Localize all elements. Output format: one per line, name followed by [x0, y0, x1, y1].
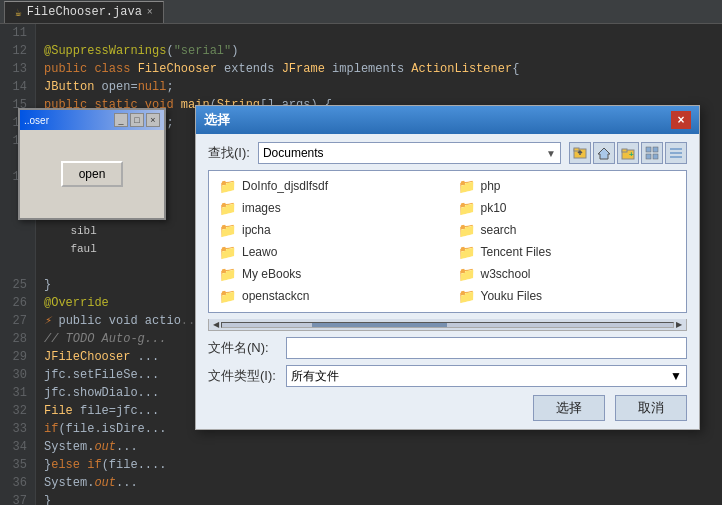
file-item-11[interactable]: 📁 Youku Files — [448, 285, 687, 307]
file-name-2: ipcha — [242, 223, 271, 237]
file-item-7[interactable]: 📁 pk10 — [448, 197, 687, 219]
toolbar-icon-1[interactable] — [569, 142, 591, 164]
filename-input[interactable] — [286, 337, 687, 359]
filetype-row: 文件类型(I): 所有文件 ▼ — [208, 365, 687, 387]
swing-close-btn[interactable]: × — [146, 113, 160, 127]
svg-rect-1 — [574, 148, 579, 151]
folder-icon-9: 📁 — [458, 244, 475, 260]
svg-rect-12 — [670, 156, 682, 158]
file-name-10: w3school — [481, 267, 531, 281]
svg-text:+: + — [629, 150, 634, 159]
file-name-5: openstackcn — [242, 289, 309, 303]
dialog-toolbar: 查找(I): Documents ▼ + — [208, 142, 687, 164]
dialog-title: 选择 — [204, 111, 230, 129]
swing-body: open — [20, 130, 164, 218]
dialog-titlebar: 选择 × — [196, 106, 699, 134]
horizontal-scrollbar[interactable]: ◀ ▶ — [208, 319, 687, 331]
file-item-8[interactable]: 📁 search — [448, 219, 687, 241]
file-item-0[interactable]: 📁 DoInfo_djsdlfsdf — [209, 175, 448, 197]
swing-maximize-btn[interactable]: □ — [130, 113, 144, 127]
swing-preview-window: ..oser _ □ × open — [18, 108, 166, 220]
tab-label: FileChooser.java — [27, 5, 142, 19]
filename-row: 文件名(N): — [208, 337, 687, 359]
file-name-7: pk10 — [481, 201, 507, 215]
file-chooser-dialog[interactable]: 选择 × 查找(I): Documents ▼ — [195, 105, 700, 430]
swing-title-text: ..oser — [24, 115, 49, 126]
filetype-combo-arrow: ▼ — [670, 369, 682, 383]
folder-icon-6: 📁 — [458, 178, 475, 194]
file-name-0: DoInfo_djsdlfsdf — [242, 179, 328, 193]
folder-icon-5: 📁 — [219, 288, 236, 304]
folder-icon-3: 📁 — [219, 244, 236, 260]
folder-icon-10: 📁 — [458, 266, 475, 282]
cancel-button[interactable]: 取消 — [615, 395, 687, 421]
svg-rect-4 — [622, 149, 627, 152]
scrollbar-track[interactable] — [221, 322, 674, 328]
svg-rect-8 — [646, 154, 651, 159]
file-name-11: Youku Files — [481, 289, 543, 303]
file-item-3[interactable]: 📁 Leawo — [209, 241, 448, 263]
toolbar-icons: + — [569, 142, 687, 164]
file-name-8: search — [481, 223, 517, 237]
active-tab[interactable]: ☕ FileChooser.java × — [4, 1, 164, 23]
svg-rect-6 — [646, 147, 651, 152]
filetype-label: 文件类型(I): — [208, 367, 278, 385]
tab-close-btn[interactable]: × — [147, 7, 153, 18]
file-name-6: php — [481, 179, 501, 193]
file-item-6[interactable]: 📁 php — [448, 175, 687, 197]
swing-open-button[interactable]: open — [61, 161, 124, 187]
file-item-1[interactable]: 📁 images — [209, 197, 448, 219]
confirm-button[interactable]: 选择 — [533, 395, 605, 421]
file-name-1: images — [242, 201, 281, 215]
tab-icon: ☕ — [15, 6, 22, 19]
toolbar-icon-2[interactable] — [593, 142, 615, 164]
file-list: 📁 DoInfo_djsdlfsdf 📁 php 📁 images 📁 pk10 — [208, 170, 687, 313]
dialog-close-button[interactable]: × — [671, 111, 691, 129]
svg-rect-9 — [653, 154, 658, 159]
svg-rect-11 — [670, 152, 682, 154]
filename-label: 文件名(N): — [208, 339, 278, 357]
scroll-left-arrow[interactable]: ◀ — [211, 320, 221, 329]
line-numbers: 11 12 13 14 15 16 17 19 25 26 27 28 29 3… — [0, 24, 36, 505]
folder-icon-0: 📁 — [219, 178, 236, 194]
file-name-4: My eBooks — [242, 267, 301, 281]
toolbar-icon-5[interactable] — [665, 142, 687, 164]
location-combo-arrow: ▼ — [546, 148, 556, 159]
swing-window-controls[interactable]: _ □ × — [114, 113, 160, 127]
ide-container: ☕ FileChooser.java × 11 12 13 14 15 16 1… — [0, 0, 722, 505]
file-item-5[interactable]: 📁 openstackcn — [209, 285, 448, 307]
scroll-right-arrow[interactable]: ▶ — [674, 320, 684, 329]
dialog-buttons: 选择 取消 — [208, 395, 687, 421]
svg-marker-2 — [598, 148, 610, 159]
location-combo[interactable]: Documents ▼ — [258, 142, 561, 164]
folder-icon-8: 📁 — [458, 222, 475, 238]
folder-icon-11: 📁 — [458, 288, 475, 304]
svg-rect-10 — [670, 148, 682, 150]
filetype-value: 所有文件 — [291, 368, 339, 385]
toolbar-label: 查找(I): — [208, 144, 250, 162]
location-value: Documents — [263, 146, 324, 160]
folder-icon-4: 📁 — [219, 266, 236, 282]
file-name-9: Tencent Files — [481, 245, 552, 259]
file-name-3: Leawo — [242, 245, 277, 259]
file-item-10[interactable]: 📁 w3school — [448, 263, 687, 285]
svg-rect-7 — [653, 147, 658, 152]
folder-icon-7: 📁 — [458, 200, 475, 216]
folder-icon-1: 📁 — [219, 200, 236, 216]
toolbar-icon-4[interactable] — [641, 142, 663, 164]
file-item-9[interactable]: 📁 Tencent Files — [448, 241, 687, 263]
scrollbar-thumb[interactable] — [312, 323, 447, 327]
swing-titlebar: ..oser _ □ × — [20, 110, 164, 130]
file-item-2[interactable]: 📁 ipcha — [209, 219, 448, 241]
folder-icon-2: 📁 — [219, 222, 236, 238]
file-item-4[interactable]: 📁 My eBooks — [209, 263, 448, 285]
dialog-body: 查找(I): Documents ▼ + — [196, 134, 699, 429]
filetype-combo[interactable]: 所有文件 ▼ — [286, 365, 687, 387]
toolbar-icon-3[interactable]: + — [617, 142, 639, 164]
tab-bar: ☕ FileChooser.java × — [0, 0, 722, 24]
swing-minimize-btn[interactable]: _ — [114, 113, 128, 127]
